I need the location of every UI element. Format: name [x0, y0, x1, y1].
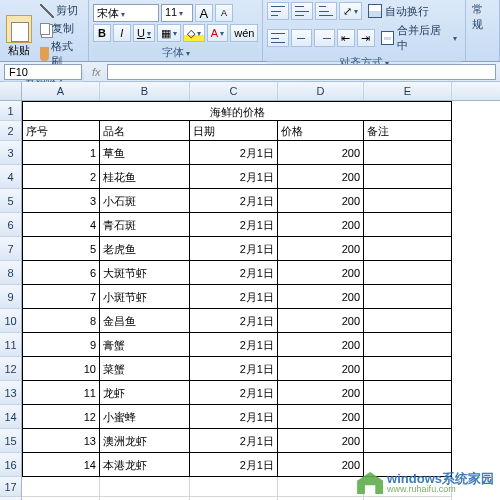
- align-top-button[interactable]: [267, 2, 289, 20]
- cell[interactable]: 1: [22, 141, 100, 165]
- cell[interactable]: 2月1日: [190, 189, 278, 213]
- cell[interactable]: 2月1日: [190, 237, 278, 261]
- cell[interactable]: 2月1日: [190, 213, 278, 237]
- cell[interactable]: 5: [22, 237, 100, 261]
- cell[interactable]: 7: [22, 285, 100, 309]
- font-family-select[interactable]: 宋体: [93, 4, 159, 22]
- cell[interactable]: [364, 261, 452, 285]
- cell[interactable]: [364, 285, 452, 309]
- cell[interactable]: 2: [22, 165, 100, 189]
- row-header[interactable]: 8: [0, 261, 22, 285]
- cell[interactable]: 200: [278, 309, 364, 333]
- col-header[interactable]: A: [22, 82, 100, 100]
- row-header[interactable]: 2: [0, 121, 22, 141]
- font-size-select[interactable]: 11: [161, 4, 193, 22]
- row-header[interactable]: 7: [0, 237, 22, 261]
- cell[interactable]: 200: [278, 189, 364, 213]
- cell[interactable]: 200: [278, 261, 364, 285]
- cell[interactable]: 菜蟹: [100, 357, 190, 381]
- cell[interactable]: [364, 141, 452, 165]
- cell[interactable]: [364, 165, 452, 189]
- row-header[interactable]: 10: [0, 309, 22, 333]
- decrease-indent-button[interactable]: ⇤: [337, 29, 355, 47]
- cell[interactable]: 2月1日: [190, 405, 278, 429]
- font-color-button[interactable]: A: [207, 24, 228, 42]
- cell[interactable]: 200: [278, 333, 364, 357]
- cell[interactable]: 小蜜蜂: [100, 405, 190, 429]
- cell[interactable]: 200: [278, 453, 364, 477]
- cell[interactable]: 6: [22, 261, 100, 285]
- cell[interactable]: 2月1日: [190, 141, 278, 165]
- cell[interactable]: 200: [278, 381, 364, 405]
- cell[interactable]: 12: [22, 405, 100, 429]
- col-header[interactable]: B: [100, 82, 190, 100]
- row-header[interactable]: 4: [0, 165, 22, 189]
- cell[interactable]: [364, 381, 452, 405]
- cut-button[interactable]: 剪切: [38, 2, 84, 19]
- row-header[interactable]: 12: [0, 357, 22, 381]
- cell[interactable]: 2月1日: [190, 261, 278, 285]
- cell[interactable]: 3: [22, 189, 100, 213]
- cell[interactable]: 9: [22, 333, 100, 357]
- cell[interactable]: 品名: [100, 121, 190, 141]
- cell[interactable]: 2月1日: [190, 333, 278, 357]
- copy-button[interactable]: 复制: [38, 20, 84, 37]
- cell[interactable]: 本港龙虾: [100, 453, 190, 477]
- orientation-button[interactable]: ⤢: [339, 2, 362, 20]
- cell[interactable]: 2月1日: [190, 357, 278, 381]
- phonetic-button[interactable]: wén: [230, 24, 258, 42]
- col-header[interactable]: D: [278, 82, 364, 100]
- col-header[interactable]: C: [190, 82, 278, 100]
- cell[interactable]: 11: [22, 381, 100, 405]
- cell[interactable]: 小斑节虾: [100, 285, 190, 309]
- wrap-text-button[interactable]: 自动换行: [364, 3, 433, 20]
- fx-icon[interactable]: fx: [86, 66, 107, 78]
- cell[interactable]: [364, 309, 452, 333]
- align-bottom-button[interactable]: [315, 2, 337, 20]
- cell[interactable]: 小石斑: [100, 189, 190, 213]
- row-header[interactable]: 14: [0, 405, 22, 429]
- cell[interactable]: 200: [278, 165, 364, 189]
- cell[interactable]: [22, 477, 100, 497]
- cell[interactable]: 2月1日: [190, 429, 278, 453]
- cell[interactable]: 草鱼: [100, 141, 190, 165]
- cell[interactable]: 2月1日: [190, 381, 278, 405]
- row-header[interactable]: 17: [0, 477, 22, 497]
- cell[interactable]: 200: [278, 357, 364, 381]
- cell[interactable]: 2月1日: [190, 285, 278, 309]
- increase-font-button[interactable]: A: [195, 4, 213, 22]
- row-header[interactable]: 3: [0, 141, 22, 165]
- cell[interactable]: [364, 429, 452, 453]
- border-button[interactable]: ▦: [157, 24, 181, 42]
- formula-bar[interactable]: [107, 64, 496, 80]
- increase-indent-button[interactable]: ⇥: [357, 29, 375, 47]
- cell[interactable]: [364, 405, 452, 429]
- cell[interactable]: [364, 189, 452, 213]
- row-header[interactable]: 16: [0, 453, 22, 477]
- cell[interactable]: 200: [278, 405, 364, 429]
- align-middle-button[interactable]: [291, 2, 313, 20]
- row-header[interactable]: 9: [0, 285, 22, 309]
- cell[interactable]: 200: [278, 141, 364, 165]
- cell[interactable]: [364, 237, 452, 261]
- row-header[interactable]: 11: [0, 333, 22, 357]
- cell[interactable]: [190, 477, 278, 497]
- cell[interactable]: 序号: [22, 121, 100, 141]
- cell[interactable]: 8: [22, 309, 100, 333]
- cell[interactable]: 膏蟹: [100, 333, 190, 357]
- row-header[interactable]: 5: [0, 189, 22, 213]
- cell[interactable]: 备注: [364, 121, 452, 141]
- align-center-button[interactable]: [291, 29, 312, 47]
- cell[interactable]: 龙虾: [100, 381, 190, 405]
- cell[interactable]: [100, 477, 190, 497]
- cell[interactable]: 13: [22, 429, 100, 453]
- row-header[interactable]: 1: [0, 101, 22, 121]
- cell[interactable]: 200: [278, 237, 364, 261]
- row-header[interactable]: 15: [0, 429, 22, 453]
- cell[interactable]: 2月1日: [190, 309, 278, 333]
- paste-button[interactable]: 粘贴: [4, 13, 34, 60]
- title-cell[interactable]: 海鲜的价格: [22, 101, 452, 121]
- cell[interactable]: 2月1日: [190, 165, 278, 189]
- cell[interactable]: 青石斑: [100, 213, 190, 237]
- bold-button[interactable]: B: [93, 24, 111, 42]
